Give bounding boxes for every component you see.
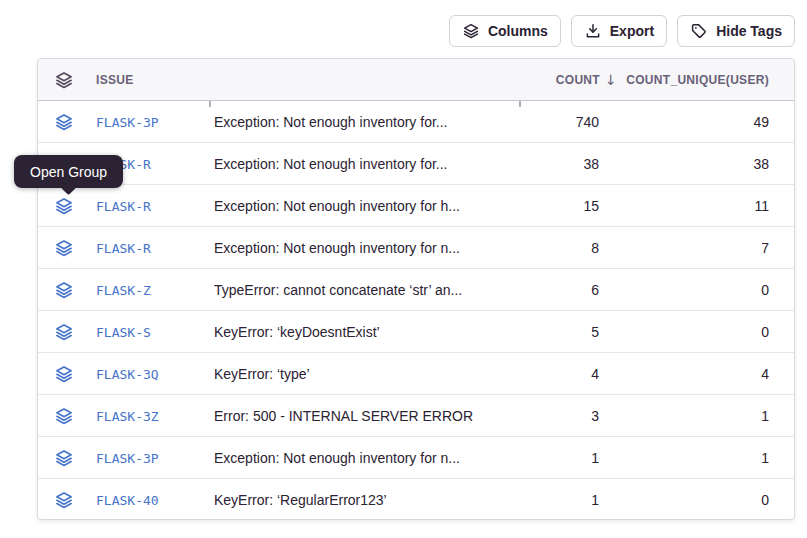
open-group-icon[interactable] <box>38 406 90 426</box>
column-header-count-unique[interactable]: COUNT_UNIQUE(USER) <box>617 73 794 87</box>
issue-id-cell: FLASK-3Q <box>90 365 198 383</box>
count-unique-value: 0 <box>617 492 794 508</box>
open-group-icon[interactable] <box>38 448 90 468</box>
count-value: 3 <box>497 408 617 424</box>
column-header-count[interactable]: COUNT ↓ <box>497 72 617 88</box>
count-value: 740 <box>497 114 617 130</box>
table-row: FLASK-Z TypeError: cannot concatenate ‘s… <box>38 269 794 311</box>
table-row: FLASK-R Exception: Not enough inventory … <box>38 185 794 227</box>
column-resize-handle[interactable] <box>209 101 211 107</box>
count-value: 1 <box>497 450 617 466</box>
tag-icon <box>690 22 708 40</box>
issue-id-link[interactable]: FLASK-R <box>96 241 151 256</box>
open-group-icon[interactable] <box>38 490 90 510</box>
issue-title: Exception: Not enough inventory for n... <box>198 240 497 256</box>
open-group-icon[interactable] <box>38 238 90 258</box>
export-button-label: Export <box>610 23 654 39</box>
export-button[interactable]: Export <box>571 15 667 47</box>
issue-title: Exception: Not enough inventory for n... <box>198 450 497 466</box>
table-row: FLASK-3Z Error: 500 - INTERNAL SERVER ER… <box>38 395 794 437</box>
table-body: FLASK-3P Exception: Not enough inventory… <box>38 101 794 521</box>
count-unique-value: 0 <box>617 282 794 298</box>
open-group-icon[interactable] <box>38 196 90 216</box>
open-group-tooltip: Open Group <box>14 155 123 188</box>
count-unique-value: 38 <box>617 156 794 172</box>
count-unique-value: 7 <box>617 240 794 256</box>
issue-id-link[interactable]: FLASK-S <box>96 325 151 340</box>
discover-results-panel: Columns Export Hide Tags ISSUE COUNT ↓ <box>0 0 807 538</box>
column-header-issue[interactable]: ISSUE <box>90 73 198 87</box>
columns-button[interactable]: Columns <box>449 15 561 47</box>
table-row: FLASK-R Exception: Not enough inventory … <box>38 143 794 185</box>
table-row: FLASK-3Q KeyError: ‘type’ 4 4 <box>38 353 794 395</box>
count-value: 5 <box>497 324 617 340</box>
table-toolbar: Columns Export Hide Tags <box>449 15 795 47</box>
issue-id-cell: FLASK-R <box>90 197 198 215</box>
count-value: 38 <box>497 156 617 172</box>
issue-title: Exception: Not enough inventory for... <box>198 114 497 130</box>
issue-id-cell: FLASK-Z <box>90 281 198 299</box>
issue-title: KeyError: ‘RegularError123’ <box>198 492 497 508</box>
count-unique-value: 0 <box>617 324 794 340</box>
issue-id-link[interactable]: FLASK-R <box>96 199 151 214</box>
count-value: 6 <box>497 282 617 298</box>
issue-title: KeyError: ‘keyDoesntExist’ <box>198 324 497 340</box>
issue-id-cell: FLASK-R <box>90 239 198 257</box>
count-unique-value: 4 <box>617 366 794 382</box>
tooltip-label: Open Group <box>30 164 107 180</box>
count-value: 4 <box>497 366 617 382</box>
count-value: 1 <box>497 492 617 508</box>
issue-id-cell: FLASK-S <box>90 323 198 341</box>
issue-stack-icon <box>38 70 90 90</box>
table-row: FLASK-R Exception: Not enough inventory … <box>38 227 794 269</box>
table-header-row: ISSUE COUNT ↓ COUNT_UNIQUE(USER) <box>38 59 794 101</box>
count-unique-value: 49 <box>617 114 794 130</box>
layers-icon <box>462 22 480 40</box>
count-value: 8 <box>497 240 617 256</box>
issue-title: Error: 500 - INTERNAL SERVER ERROR <box>198 408 497 424</box>
issue-title: KeyError: ‘type’ <box>198 366 497 382</box>
issue-title: Exception: Not enough inventory for... <box>198 156 497 172</box>
count-unique-value: 1 <box>617 450 794 466</box>
count-value: 15 <box>497 198 617 214</box>
count-header-label: COUNT <box>556 73 600 87</box>
table-row: FLASK-3P Exception: Not enough inventory… <box>38 437 794 479</box>
issue-id-cell: FLASK-3P <box>90 113 198 131</box>
table-row: FLASK-40 KeyError: ‘RegularError123’ 1 0 <box>38 479 794 521</box>
download-icon <box>584 22 602 40</box>
results-table: ISSUE COUNT ↓ COUNT_UNIQUE(USER) FLASK-3… <box>37 58 795 520</box>
table-row: FLASK-S KeyError: ‘keyDoesntExist’ 5 0 <box>38 311 794 353</box>
open-group-icon[interactable] <box>38 322 90 342</box>
open-group-icon[interactable] <box>38 280 90 300</box>
issue-id-cell: FLASK-3Z <box>90 407 198 425</box>
issue-id-link[interactable]: FLASK-3Z <box>96 409 159 424</box>
count-unique-value: 1 <box>617 408 794 424</box>
hide-tags-button-label: Hide Tags <box>716 23 782 39</box>
issue-id-link[interactable]: FLASK-3P <box>96 451 159 466</box>
open-group-icon[interactable] <box>38 364 90 384</box>
open-group-icon[interactable] <box>38 112 90 132</box>
issue-id-cell: FLASK-3P <box>90 449 198 467</box>
column-resize-handle[interactable] <box>519 101 521 107</box>
columns-button-label: Columns <box>488 23 548 39</box>
issue-id-link[interactable]: FLASK-Z <box>96 283 151 298</box>
issue-title: Exception: Not enough inventory for h... <box>198 198 497 214</box>
issue-id-link[interactable]: FLASK-40 <box>96 493 159 508</box>
count-unique-value: 11 <box>617 198 794 214</box>
table-row: FLASK-3P Exception: Not enough inventory… <box>38 101 794 143</box>
issue-title: TypeError: cannot concatenate ‘str’ an..… <box>198 282 497 298</box>
sort-desc-icon[interactable]: ↓ <box>605 72 617 88</box>
issue-id-link[interactable]: FLASK-3Q <box>96 367 159 382</box>
issue-id-cell: FLASK-40 <box>90 491 198 509</box>
hide-tags-button[interactable]: Hide Tags <box>677 15 795 47</box>
issue-id-link[interactable]: FLASK-3P <box>96 115 159 130</box>
